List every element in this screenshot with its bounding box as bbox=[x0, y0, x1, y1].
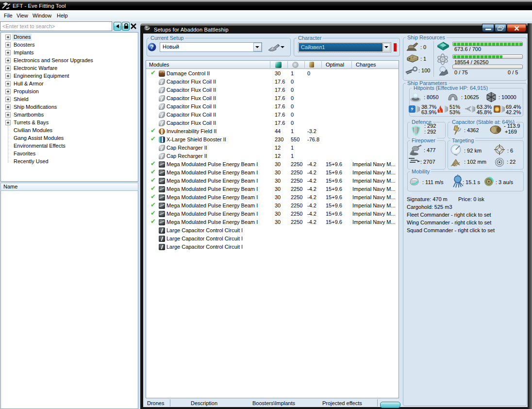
svg-text:?: ? bbox=[150, 44, 153, 51]
